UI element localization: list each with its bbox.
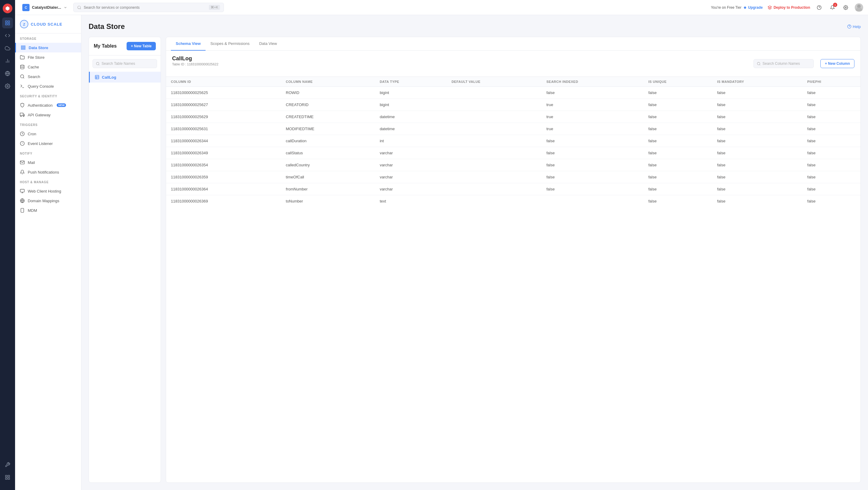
th-default-value: Default value <box>447 77 541 87</box>
cell-pii: false <box>803 183 861 195</box>
new-table-button[interactable]: + New Table <box>127 42 156 50</box>
svg-rect-0 <box>5 21 7 22</box>
nav-tools[interactable] <box>2 459 13 470</box>
search-tables-input[interactable] <box>101 61 154 66</box>
search-tables-box[interactable] <box>93 59 157 68</box>
schema-panel: Schema View Scopes & Permissions Data Vi… <box>166 37 861 483</box>
sidebar-item-mail[interactable]: Mail <box>15 158 81 167</box>
sidebar-item-cache[interactable]: Cache <box>15 62 81 72</box>
app-logo[interactable] <box>3 4 12 13</box>
tab-scopes-permissions[interactable]: Scopes & Permissions <box>206 37 254 51</box>
table-row: 11831000000025629 CREATEDTIME datetime t… <box>166 111 861 123</box>
nav-functions[interactable] <box>2 30 13 41</box>
help-link[interactable]: Help <box>847 24 861 29</box>
schema-content: CallLog Table ID : 11831000000025622 + N… <box>166 51 861 483</box>
cell-col-id: 11831000000025631 <box>166 123 281 135</box>
table-info-id: Table ID : 11831000000025622 <box>172 62 218 66</box>
topbar-search[interactable]: ⌘+K <box>73 3 224 12</box>
deploy-icon <box>768 5 772 10</box>
cell-is-mandatory: false <box>712 171 802 183</box>
nav-settings[interactable] <box>2 81 13 92</box>
topbar-search-input[interactable] <box>84 5 207 10</box>
project-selector[interactable]: C CatalystDialer... <box>20 3 70 12</box>
cell-is-mandatory: false <box>712 123 802 135</box>
event-listener-icon <box>20 141 25 146</box>
cell-data-type: varchar <box>375 159 447 171</box>
cell-default <box>447 183 541 195</box>
sidebar-header: Z CLOUD SCALE <box>15 15 81 33</box>
cell-search-indexed: true <box>541 123 644 135</box>
table-item-icon <box>95 75 99 80</box>
sidebar-item-cron[interactable]: Cron <box>15 129 81 139</box>
notifications-button[interactable]: 1 <box>828 3 837 12</box>
table-list-item-calllog[interactable]: CallLog <box>89 72 161 83</box>
project-icon: C <box>22 4 30 11</box>
tab-schema-view[interactable]: Schema View <box>171 37 206 51</box>
sidebar-item-push-notifications[interactable]: Push Notifications <box>15 167 81 177</box>
svg-rect-49 <box>95 75 99 79</box>
cell-default <box>447 147 541 159</box>
svg-rect-30 <box>20 113 23 116</box>
api-gateway-icon <box>20 113 25 117</box>
cell-search-indexed: false <box>541 183 644 195</box>
tables-panel: My Tables + New Table CallLog <box>89 37 161 483</box>
nav-connect[interactable] <box>2 68 13 79</box>
cell-col-name: CREATEDTIME <box>281 111 375 123</box>
deploy-button[interactable]: Deploy to Production <box>768 5 810 10</box>
nav-services[interactable] <box>2 18 13 28</box>
nav-cloud[interactable] <box>2 43 13 54</box>
svg-point-47 <box>96 62 99 65</box>
nav-analytics[interactable] <box>2 56 13 66</box>
triggers-label: TRIGGERS <box>20 123 76 127</box>
th-is-mandatory: Is Mandatory <box>712 77 802 87</box>
th-pii: PII/ePHI <box>803 77 861 87</box>
mail-label: Mail <box>28 160 35 165</box>
avatar-image <box>855 3 863 12</box>
nav-apps[interactable] <box>2 472 13 483</box>
help-button[interactable] <box>815 3 824 12</box>
sidebar-item-query-console[interactable]: Query Console <box>15 81 81 91</box>
sidebar-section-host: HOST & MANAGE <box>15 177 81 186</box>
cell-col-id: 11831000000025629 <box>166 111 281 123</box>
sidebar-item-authentication[interactable]: Authentication NEW <box>15 100 81 110</box>
sidebar-item-search[interactable]: Search <box>15 72 81 81</box>
cell-data-type: datetime <box>375 111 447 123</box>
cell-col-id: 11831000000026359 <box>166 171 281 183</box>
icon-nav <box>0 0 15 490</box>
sidebar-item-web-client-hosting[interactable]: Web Client Hosting <box>15 186 81 196</box>
cell-search-indexed: true <box>541 111 644 123</box>
cell-col-name: toNumber <box>281 195 375 207</box>
sidebar-item-file-store[interactable]: File Store <box>15 53 81 62</box>
file-store-icon <box>20 55 25 60</box>
search-columns-input[interactable] <box>763 61 810 66</box>
new-column-button[interactable]: + New Column <box>820 59 855 68</box>
cache-icon <box>20 64 25 69</box>
notification-badge: 1 <box>833 3 837 7</box>
sidebar-item-domain-mappings[interactable]: Domain Mappings <box>15 196 81 206</box>
table-row: 11831000000025627 CREATORID bigint true … <box>166 99 861 111</box>
app-wrapper: C CatalystDialer... ⌘+K You're on Free T… <box>15 0 868 490</box>
sidebar-item-api-gateway[interactable]: API Gateway <box>15 110 81 120</box>
web-client-hosting-label: Web Client Hosting <box>28 189 61 193</box>
user-avatar[interactable] <box>855 3 863 12</box>
settings-button[interactable] <box>841 3 850 12</box>
search-columns-box[interactable] <box>753 59 814 68</box>
sidebar-item-event-listener[interactable]: Event Listener <box>15 139 81 148</box>
svg-rect-43 <box>21 208 24 212</box>
sidebar-item-mdm[interactable]: MDM <box>15 206 81 215</box>
page-title: Data Store <box>89 22 125 31</box>
project-dropdown-icon <box>64 6 67 9</box>
cell-is-unique: false <box>644 99 712 111</box>
tab-data-view[interactable]: Data View <box>254 37 282 51</box>
cell-data-type: int <box>375 135 447 147</box>
svg-text:Z: Z <box>23 23 25 26</box>
cell-is-mandatory: false <box>712 147 802 159</box>
sidebar-item-data-store[interactable]: Data Store <box>15 43 81 53</box>
cell-col-name: calledCountry <box>281 159 375 171</box>
table-row: 11831000000026369 toNumber text false fa… <box>166 195 861 207</box>
notify-label: NOTIFY <box>20 152 76 155</box>
query-console-label: Query Console <box>28 84 54 89</box>
cell-is-mandatory: false <box>712 195 802 207</box>
th-column-id: Column Id <box>166 77 281 87</box>
upgrade-link[interactable]: Upgrade <box>743 5 763 10</box>
